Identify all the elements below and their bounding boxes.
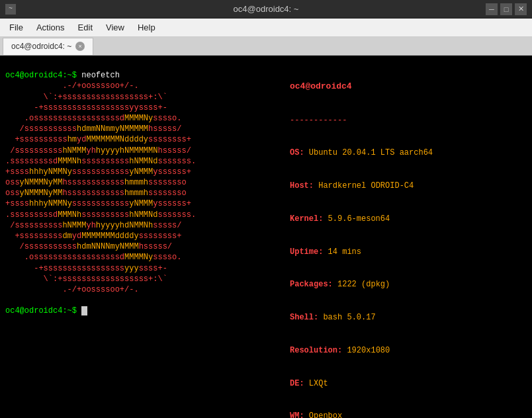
- sysinfo-wm: WM: Openbox: [290, 411, 527, 418]
- terminal[interactable]: oc4@odroidc4:~$ neofetch .-/+oossssoo+/-…: [0, 56, 532, 418]
- sysinfo-de: DE: LXQt: [290, 378, 527, 390]
- menu-bar: File Actions Edit View Help: [0, 19, 532, 37]
- menu-actions[interactable]: Actions: [30, 20, 71, 35]
- tab-close-button[interactable]: ×: [75, 42, 85, 51]
- sysinfo-uptime: Uptime: 14 mins: [290, 247, 527, 258]
- terminal-sysinfo: oc4@odroidc4 ------------ OS: Ubuntu 20.…: [283, 60, 527, 414]
- sysinfo-hostname: oc4@odroidc4: [290, 81, 527, 93]
- menu-help[interactable]: Help: [131, 20, 162, 35]
- menu-edit[interactable]: Edit: [71, 20, 99, 35]
- tab-label: oc4@odroidc4: ~: [11, 42, 71, 51]
- terminal-icon: ~: [5, 4, 16, 15]
- menu-view[interactable]: View: [99, 20, 131, 35]
- title-bar: ~ oc4@odroidc4: ~ ─ □ ✕: [0, 0, 532, 19]
- sysinfo-kernel: Kernel: 5.9.6-meson64: [290, 214, 527, 225]
- sysinfo-packages: Packages: 1222 (dpkg): [290, 279, 527, 290]
- terminal-tab[interactable]: oc4@odroidc4: ~ ×: [3, 38, 93, 55]
- menu-file[interactable]: File: [3, 20, 30, 35]
- maximize-button[interactable]: □: [500, 3, 512, 15]
- terminal-ascii-art: oc4@odroidc4:~$ neofetch .-/+oossssoo+/-…: [5, 60, 283, 414]
- title-bar-left: ~: [5, 4, 16, 15]
- title-bar-controls: ─ □ ✕: [486, 3, 527, 15]
- minimize-button[interactable]: ─: [486, 3, 498, 15]
- title-bar-title: oc4@odroidc4: ~: [234, 4, 299, 14]
- close-button[interactable]: ✕: [515, 3, 527, 15]
- sysinfo-host: Host: Hardkernel ODROID-C4: [290, 181, 527, 192]
- sysinfo-shell: Shell: bash 5.0.17: [290, 312, 527, 323]
- sysinfo-os: OS: Ubuntu 20.04.1 LTS aarch64: [290, 147, 527, 159]
- tab-bar: oc4@odroidc4: ~ ×: [0, 37, 532, 56]
- sysinfo-resolution: Resolution: 1920x1080: [290, 345, 527, 356]
- sysinfo-divider: ------------: [290, 115, 527, 126]
